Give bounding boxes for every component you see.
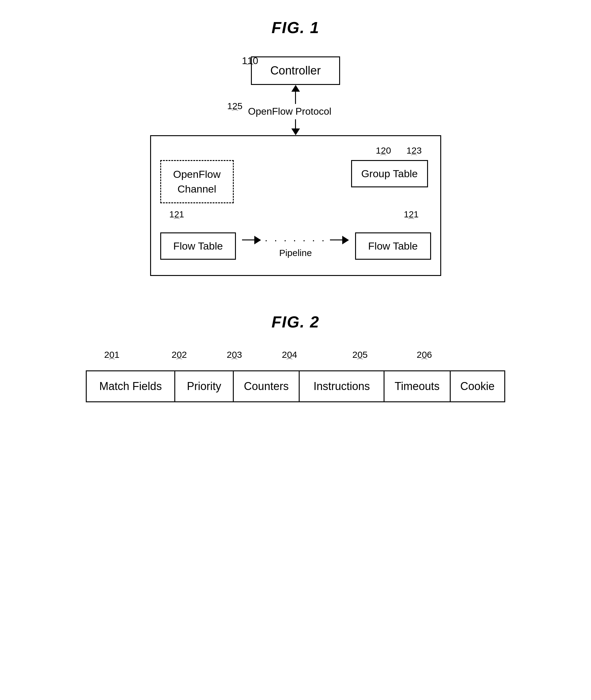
- counters-label: Counters: [244, 380, 288, 393]
- squiggle-206: ⌒: [421, 360, 428, 364]
- squiggle-205: ⌒: [356, 360, 364, 364]
- cell-match-fields: Match Fields: [87, 371, 175, 401]
- squiggle-201: ⌒: [108, 360, 116, 364]
- cell-counters: Counters: [234, 371, 300, 401]
- instructions-label: Instructions: [313, 380, 370, 393]
- group-table-box: Group Table: [351, 160, 428, 187]
- squiggle-121-left: ⌒: [173, 220, 181, 223]
- flow-table-left-label: Flow Table: [174, 240, 223, 252]
- fig2-table-section: 201 ⌒ 202 ⌒ 203 ⌒ 204 ⌒: [61, 350, 530, 402]
- flow-table-right: Flow Table: [355, 232, 431, 260]
- group-table-label: Group Table: [361, 168, 418, 179]
- connector-line-down: [295, 119, 296, 128]
- arrow-right-1: [254, 236, 261, 244]
- fig2-title: FIG. 2: [61, 313, 530, 331]
- fig2-table: Match Fields Priority Counters Instructi…: [86, 370, 505, 402]
- switch-box: 120 ⌒ 123 ⌒ OpenFlow Channel: [150, 135, 441, 276]
- arrow-line-2: [330, 239, 342, 240]
- squiggle-121-right: ⌒: [407, 220, 415, 223]
- flow-table-right-label: Flow Table: [368, 240, 418, 252]
- controller-box: Controller: [251, 56, 340, 85]
- squiggle-125: ⌒: [231, 111, 239, 115]
- cell-instructions: Instructions: [300, 371, 385, 401]
- squiggle-202: ⌒: [176, 360, 183, 364]
- arrow-right-2: [342, 236, 349, 244]
- fig1-diagram: 110 ⌒ Controller: [150, 55, 441, 276]
- flow-table-left: Flow Table: [160, 232, 236, 260]
- cell-timeouts: Timeouts: [385, 371, 450, 401]
- pipeline-label: Pipeline: [279, 248, 312, 258]
- pipeline-arrows: · · · · · · ·: [242, 234, 349, 246]
- arrow-down-icon: [291, 128, 300, 135]
- openflow-channel-line2: Channel: [177, 183, 216, 195]
- fig1-title: FIG. 1: [61, 18, 530, 37]
- connector-line-up: [295, 92, 296, 104]
- controller-label: Controller: [270, 64, 321, 77]
- pipeline-dots: · · · · · · ·: [261, 234, 330, 246]
- switch-bottom-row: Flow Table · · · · · · ·: [160, 232, 431, 260]
- pipeline-area: · · · · · · · Pipeline: [236, 234, 355, 258]
- cookie-label: Cookie: [460, 380, 495, 393]
- squiggle-110: ⌒: [246, 65, 254, 70]
- match-fields-label: Match Fields: [99, 380, 162, 393]
- squiggle-120: ⌒: [380, 156, 387, 160]
- squiggle-203: ⌒: [231, 360, 238, 364]
- cell-cookie: Cookie: [451, 371, 504, 401]
- squiggle-204: ⌒: [286, 360, 293, 364]
- arrow-line-1: [242, 239, 254, 240]
- openflow-channel-line1: OpenFlow: [173, 168, 220, 180]
- openflow-protocol-label: OpenFlow Protocol: [248, 106, 331, 117]
- squiggle-123: ⌒: [410, 156, 417, 160]
- priority-label: Priority: [187, 380, 221, 393]
- openflow-channel-box: OpenFlow Channel: [160, 160, 234, 203]
- timeouts-label: Timeouts: [395, 380, 440, 393]
- fig2-section: FIG. 2 201 ⌒ 202 ⌒ 203 ⌒: [61, 313, 530, 402]
- switch-top-row: OpenFlow Channel Group Table: [160, 160, 431, 203]
- fig1-section: FIG. 1 110 ⌒ Controller: [61, 18, 530, 276]
- cell-priority: Priority: [175, 371, 234, 401]
- arrow-up-icon: [291, 85, 300, 92]
